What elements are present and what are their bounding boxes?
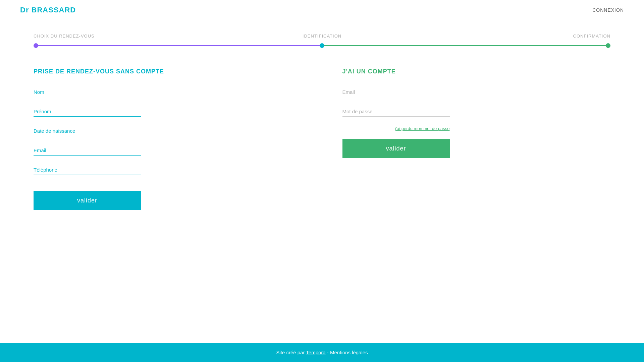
- email-left-field: [34, 145, 302, 156]
- step3-dot: [606, 43, 610, 48]
- steps-labels: CHOIX DU RENDEZ-VOUS IDENTIFICATION CONF…: [34, 34, 610, 39]
- right-submit-button[interactable]: valider: [342, 139, 450, 158]
- date-naissance-field: [34, 126, 302, 136]
- telephone-input[interactable]: [34, 165, 141, 175]
- step1-label: CHOIX DU RENDEZ-VOUS: [34, 34, 226, 39]
- right-panel: J'AI UN COMPTE j'ai perdu mon mot de pas…: [322, 68, 611, 329]
- footer: Site créé par Tempora - Mentions légales: [0, 343, 644, 362]
- step2-dot: [320, 43, 324, 48]
- prenom-input[interactable]: [34, 107, 141, 117]
- nom-field: [34, 87, 302, 97]
- step2-label: IDENTIFICATION: [226, 34, 418, 39]
- connexion-link[interactable]: CONNEXION: [592, 7, 624, 13]
- email-right-input[interactable]: [342, 87, 450, 97]
- step3-label: CONFIRMATION: [418, 34, 610, 39]
- telephone-field: [34, 165, 302, 175]
- right-panel-title: J'AI UN COMPTE: [342, 68, 611, 75]
- footer-text: Site créé par: [276, 350, 306, 355]
- email-left-input[interactable]: [34, 145, 141, 156]
- footer-separator: - Mentions légales: [326, 350, 368, 355]
- prenom-field: [34, 107, 302, 117]
- progress-section: CHOIX DU RENDEZ-VOUS IDENTIFICATION CONF…: [0, 20, 644, 55]
- left-panel-title: PRISE DE RENDEZ-VOUS SANS COMPTE: [34, 68, 302, 75]
- header: Dr BRASSARD CONNEXION: [0, 0, 644, 20]
- password-input[interactable]: [342, 107, 450, 117]
- left-submit-button[interactable]: valider: [34, 191, 141, 210]
- step2-line: [324, 45, 606, 46]
- main-content: PRISE DE RENDEZ-VOUS SANS COMPTE valider…: [0, 55, 644, 343]
- forgot-password-link[interactable]: j'ai perdu mon mot de passe: [342, 126, 450, 131]
- step1-dot: [34, 43, 38, 48]
- date-naissance-input[interactable]: [34, 126, 141, 136]
- left-panel: PRISE DE RENDEZ-VOUS SANS COMPTE valider: [34, 68, 322, 329]
- nom-input[interactable]: [34, 87, 141, 97]
- steps-bar: [34, 43, 610, 48]
- email-right-field: [342, 87, 611, 97]
- footer-link[interactable]: Tempora: [306, 350, 325, 355]
- password-field: [342, 107, 611, 117]
- step1-line: [38, 45, 320, 46]
- brand-title: Dr BRASSARD: [20, 6, 76, 14]
